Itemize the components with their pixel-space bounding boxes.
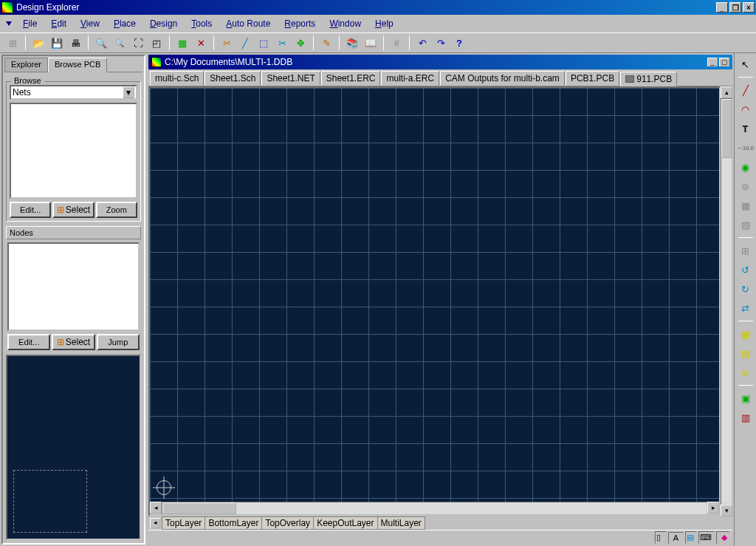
nets-listbox[interactable] (10, 103, 137, 199)
toolbar-tree-icon[interactable]: ⊞ (4, 35, 21, 51)
toolbar-separator (25, 35, 26, 50)
toolbar-move-icon[interactable]: ✥ (292, 35, 309, 51)
toolbar-component-icon[interactable]: ▦ (174, 35, 190, 51)
layer-tab[interactable]: TopLayer (162, 516, 205, 530)
toolbar-select-rect-icon[interactable]: ⬚ (255, 35, 272, 51)
toolbar-drc-icon[interactable]: ✎ (318, 35, 334, 51)
toolbar-save-icon[interactable]: 💾 (49, 35, 65, 51)
scroll-right-button[interactable]: ▸ (707, 502, 719, 513)
status-text-a[interactable]: A (668, 532, 684, 544)
v-scroll-thumb[interactable] (721, 99, 732, 158)
scroll-up-button[interactable]: ▴ (721, 86, 732, 98)
restore-button[interactable]: ❐ (729, 2, 741, 13)
toolbar-zoom-in-icon[interactable]: 🔍 (93, 35, 109, 51)
toolbar-zoom-fit-icon[interactable]: ⛶ (130, 35, 146, 51)
layer-scroll-left[interactable]: ◂ (150, 518, 160, 528)
doc-tab[interactable]: PCB1.PCB (566, 71, 619, 86)
tool-lock-icon[interactable]: ▦ (738, 326, 754, 342)
layer-tab[interactable]: MultiLayer (377, 516, 425, 530)
toolbar-open-icon[interactable]: 📂 (30, 35, 47, 51)
minimize-button[interactable]: _ (716, 2, 728, 13)
tool-dimension-icon[interactable]: ↔10.0 (738, 140, 754, 156)
doc-tab[interactable]: multi-c.Sch (150, 71, 204, 86)
tool-rect-icon[interactable]: ▦ (738, 197, 754, 214)
toolbar-undo-icon[interactable]: ↶ (414, 35, 430, 51)
menu-design[interactable]: Design (144, 17, 183, 30)
menu-view[interactable]: View (75, 17, 106, 30)
layer-tab[interactable]: TopOverlay (261, 516, 314, 530)
tool-3d-icon[interactable]: ▣ (738, 390, 754, 406)
layer-tab[interactable]: KeepOutLayer (313, 516, 377, 530)
select-button[interactable]: ⊞Select (52, 202, 94, 218)
tool-arc-icon[interactable]: ◠ (738, 101, 754, 117)
menu-edit[interactable]: Edit (45, 17, 72, 30)
h-scroll-thumb[interactable] (162, 502, 236, 514)
toolbar-redo-icon[interactable]: ↷ (433, 35, 449, 51)
toolbar-library-icon[interactable]: 📚 (344, 35, 360, 51)
combo-arrow-icon[interactable]: ▾ (123, 86, 134, 98)
status-eraser-icon[interactable]: ◆ (716, 531, 729, 544)
menu-help[interactable]: Help (369, 17, 399, 30)
tool-rotate-cw-icon[interactable]: ↻ (738, 281, 754, 297)
tab-browse-pcb[interactable]: Browse PCB (48, 58, 107, 72)
menu-window[interactable]: Window (323, 17, 367, 30)
toolbar-lib-browse-icon[interactable]: 📖 (362, 35, 379, 51)
toolbar-zoom-rect-icon[interactable]: ◰ (148, 35, 165, 51)
doc-tab-active[interactable]: 911.PCB (620, 72, 677, 86)
tool-pad-icon[interactable]: ◉ (738, 159, 754, 175)
tool-align-icon[interactable]: ▤ (738, 345, 754, 361)
toolbar-zoom-out-icon[interactable]: 🔍 (111, 35, 128, 51)
layer-tab[interactable]: BottomLayer (205, 516, 262, 530)
tool-pencil-icon[interactable]: ╱ (738, 82, 754, 98)
minimap[interactable] (6, 355, 141, 540)
vertical-scrollbar[interactable]: ▴ ▾ (721, 86, 732, 516)
zoom-button[interactable]: Zoom (96, 202, 137, 218)
jump-button[interactable]: Jump (97, 334, 140, 350)
tool-fill-icon[interactable]: ▨ (738, 216, 754, 233)
doc-minimize-button[interactable]: _ (707, 58, 718, 66)
toolbar-help-icon[interactable]: ? (451, 35, 467, 51)
toolbar-grid-icon[interactable]: # (388, 35, 405, 51)
tool-text-icon[interactable]: T (738, 120, 754, 137)
doc-tab[interactable]: Sheet1.ERC (321, 71, 381, 86)
scroll-down-button[interactable]: ▾ (721, 505, 732, 516)
tool-array-icon[interactable]: ⊞ (738, 242, 754, 259)
doc-tab[interactable]: multi-a.ERC (381, 71, 439, 86)
scroll-left-button[interactable]: ◂ (150, 502, 162, 513)
doc-tab[interactable]: Sheet1.Sch (205, 71, 261, 86)
main-toolbar: ⊞ 📂 💾 🖶 🔍 🔍 ⛶ ◰ ▦ ✕ ✂ ╱ ⬚ ✂ ✥ ✎ 📚 📖 # ↶ … (0, 33, 756, 53)
toolbar-print-icon[interactable]: 🖶 (67, 35, 83, 51)
tool-layers-icon[interactable]: ▥ (738, 409, 754, 426)
v-scroll-track[interactable] (721, 98, 732, 505)
menu-file[interactable]: File (17, 17, 43, 30)
nodes-listbox[interactable] (7, 242, 140, 331)
tool-via-icon[interactable]: ⊚ (738, 178, 754, 194)
select-button-2[interactable]: ⊞Select (52, 334, 94, 350)
doc-tab[interactable]: Sheet1.NET (261, 71, 320, 86)
menu-place[interactable]: Place (108, 17, 142, 30)
tab-explorer[interactable]: Explorer (4, 58, 48, 72)
toolbar-track-icon[interactable]: ╱ (237, 35, 253, 51)
toolbar-cross-icon[interactable]: ✕ (193, 35, 209, 51)
doc-restore-button[interactable]: ▢ (719, 58, 729, 66)
close-button[interactable]: × (743, 2, 755, 13)
pcb-canvas[interactable] (150, 88, 719, 502)
status-icon-2[interactable]: ▤ (685, 531, 697, 544)
tool-mirror-icon[interactable]: ⇄ (738, 300, 754, 316)
menu-autoroute[interactable]: Auto Route (220, 17, 276, 30)
menu-reports[interactable]: Reports (278, 17, 321, 30)
toolbar-cut-icon[interactable]: ✂ (219, 35, 235, 51)
browse-combo[interactable]: Nets ▾ (10, 85, 137, 100)
toolbar-scissors-icon[interactable]: ✂ (274, 35, 290, 51)
status-keyboard-icon[interactable]: ⌨ (698, 531, 715, 544)
edit-button-2[interactable]: Edit... (7, 334, 50, 350)
status-icon-1[interactable]: ▯ (655, 531, 667, 544)
tool-origin-icon[interactable]: ⊕ (738, 364, 754, 381)
horizontal-scrollbar[interactable]: ◂ ▸ (150, 502, 719, 515)
doc-tab[interactable]: CAM Outputs for multi-b.cam (440, 71, 565, 86)
edit-button[interactable]: Edit... (10, 202, 51, 218)
menu-tools[interactable]: Tools (185, 17, 218, 30)
h-scroll-track[interactable] (162, 502, 707, 515)
tool-cursor-icon[interactable]: ↖ (738, 56, 754, 72)
tool-rotate-ccw-icon[interactable]: ↺ (738, 262, 754, 278)
